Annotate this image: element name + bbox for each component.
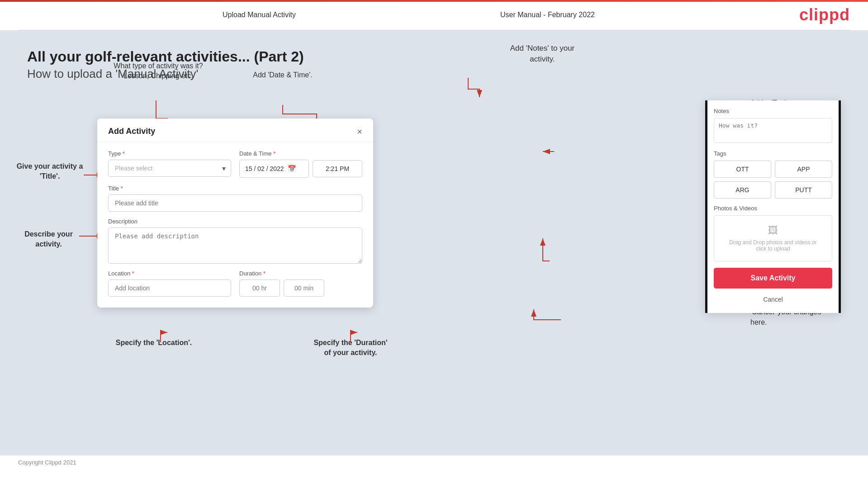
annotation-location-label: Specify the 'Location'. <box>109 338 199 348</box>
photo-icon: 🖼 <box>719 225 827 237</box>
main-content: All your golf-relevant activities... (Pa… <box>0 30 868 455</box>
duration-min-input[interactable] <box>284 280 324 297</box>
annotation-type: What type of activity was it? Lesson, Ch… <box>109 61 208 81</box>
type-datetime-row: Type * Please select Date & Time * 15 <box>108 150 362 178</box>
notes-panel-label: Notes <box>714 108 832 114</box>
footer: Copyright Clippd 2021 <box>0 455 868 469</box>
tags-panel-label: Tags <box>714 150 832 157</box>
location-input[interactable] <box>108 280 231 297</box>
date-input[interactable]: 15 / 02 / 2022 📅 <box>239 160 309 178</box>
datetime-label: Date & Time * <box>239 150 362 157</box>
page-title-left: Upload Manual Activity <box>223 11 296 19</box>
tag-ott[interactable]: OTT <box>714 161 771 178</box>
title-input[interactable] <box>108 194 362 212</box>
tag-app[interactable]: APP <box>775 161 832 178</box>
datetime-group: Date & Time * 15 / 02 / 2022 📅 2:21 PM <box>239 150 362 178</box>
page-title-center: User Manual - February 2022 <box>500 11 595 19</box>
annotation-description-label: Describe your activity. <box>14 229 84 250</box>
annotation-notes-label: Add 'Notes' to your activity. <box>497 43 588 65</box>
location-label: Location * <box>108 270 231 277</box>
annotation-datetime: Add 'Date & Time'. <box>242 70 323 80</box>
location-group: Location * <box>108 270 231 297</box>
dialog-body: Type * Please select Date & Time * 15 <box>97 142 373 308</box>
logo: clippd <box>799 5 850 24</box>
copyright-text: Copyright Clippd 2021 <box>18 459 76 466</box>
type-group: Type * Please select <box>108 150 231 178</box>
type-label: Type * <box>108 150 231 157</box>
time-input[interactable]: 2:21 PM <box>313 160 362 177</box>
notes-textarea[interactable] <box>714 118 832 143</box>
duration-group: Duration * <box>239 270 362 297</box>
description-group: Description <box>108 218 362 264</box>
duration-inputs <box>239 280 362 297</box>
annotation-title-label: Give your activity a 'Title'. <box>14 161 86 182</box>
photos-upload-area[interactable]: 🖼 Drag and Drop photos and videos or cli… <box>714 215 832 261</box>
datetime-inputs: 15 / 02 / 2022 📅 2:21 PM <box>239 160 362 178</box>
top-bar: Upload Manual Activity User Manual - Feb… <box>0 0 868 30</box>
calendar-icon: 📅 <box>288 165 296 173</box>
annotation-duration-label: Specify the 'Duration' of your activity. <box>292 338 409 358</box>
tags-grid: OTT APP ARG PUTT <box>714 161 832 199</box>
duration-label: Duration * <box>239 270 362 277</box>
title-group: Title * <box>108 185 362 212</box>
save-activity-button[interactable]: Save Activity <box>714 268 832 289</box>
tag-putt[interactable]: PUTT <box>775 181 832 199</box>
type-select[interactable]: Please select <box>108 160 231 177</box>
title-label: Title * <box>108 185 362 192</box>
close-button[interactable]: × <box>357 127 362 136</box>
add-activity-dialog: Add Activity × Type * Please select <box>97 118 373 308</box>
photos-label: Photos & Videos <box>714 205 832 212</box>
description-label: Description <box>108 218 362 225</box>
description-textarea[interactable] <box>108 227 362 264</box>
duration-hr-input[interactable] <box>239 280 280 297</box>
location-duration-row: Location * Duration * <box>108 270 362 297</box>
date-value: 15 / 02 / 2022 <box>245 165 284 172</box>
dialog-header: Add Activity × <box>97 118 373 142</box>
cancel-button[interactable]: Cancel <box>714 293 832 306</box>
phone-panel: Notes Tags OTT APP ARG PUTT Photos & Vid… <box>705 100 841 313</box>
phone-panel-inner: Notes Tags OTT APP ARG PUTT Photos & Vid… <box>707 100 839 313</box>
type-select-wrapper: Please select <box>108 160 231 177</box>
time-value: 2:21 PM <box>326 165 349 172</box>
dialog-title: Add Activity <box>108 127 155 136</box>
tag-arg[interactable]: ARG <box>714 181 771 199</box>
photos-upload-text: Drag and Drop photos and videos or click… <box>729 239 816 252</box>
